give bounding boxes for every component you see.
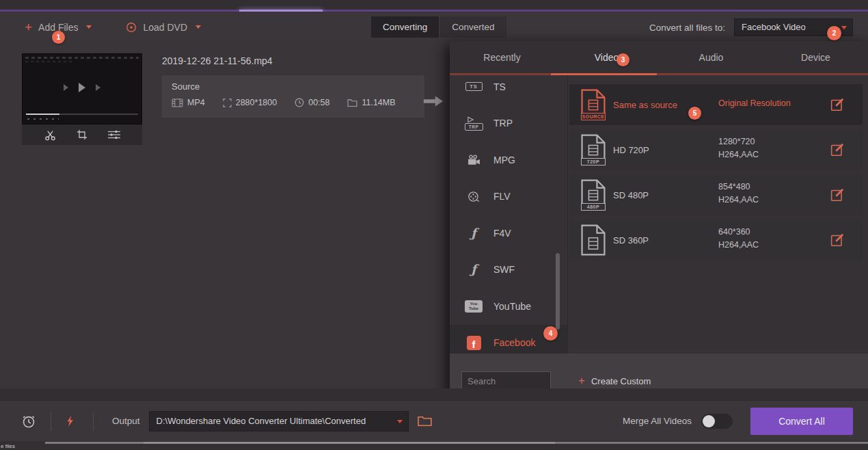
output-format-value: Facebook Video [742, 22, 806, 32]
format-item-youtube[interactable]: You Tube YouTube [450, 288, 567, 325]
chevron-down-icon [841, 26, 847, 29]
tab-converting[interactable]: Converting [371, 16, 439, 38]
edit-preset-icon[interactable] [830, 142, 845, 157]
source-resolution-value: 2880*1800 [236, 98, 277, 107]
chevron-down-icon[interactable] [195, 25, 201, 29]
tab-audio[interactable]: Audio [659, 41, 763, 73]
thumbnail-player-controls [23, 83, 141, 92]
app-window: + Add Files Load DVD Converting Converte… [0, 0, 868, 450]
edit-preset-icon[interactable] [830, 187, 845, 202]
tab-recently[interactable]: Recently [450, 41, 554, 73]
flash-icon: ƒ [464, 227, 483, 239]
format-item-ts[interactable]: TS TS [450, 75, 567, 105]
schedule-alarm-icon[interactable] [21, 414, 36, 429]
preset-row-sd-480p[interactable]: 480P SD 480P 854*480 H264,AAC [569, 174, 863, 215]
edit-preset-icon[interactable] [830, 233, 845, 247]
source-heading: Source [172, 81, 424, 92]
view-tabs: Converting Converted [371, 16, 506, 38]
source-size: 11.14MB [347, 98, 395, 107]
effects-sliders-icon[interactable] [108, 130, 120, 140]
trp-format-icon: TRP [464, 116, 483, 131]
convert-all-files-label: Convert all files to: [649, 23, 725, 33]
plus-icon: + [578, 376, 585, 386]
preset-list: SOURCE Same as source Original Resolutio… [568, 75, 868, 354]
trim-scissors-icon[interactable] [44, 129, 56, 141]
callout-badge-5: 5 [688, 107, 701, 120]
format-item-trp[interactable]: TRP TRP [450, 105, 567, 142]
panel-tabs: Recently Video Audio Device [450, 41, 868, 75]
clip-toolbar [22, 124, 142, 145]
create-custom-button[interactable]: + Create Custom [578, 371, 651, 391]
callout-badge-3: 3 [616, 53, 629, 66]
format-list-scrollbar[interactable] [556, 253, 560, 330]
thumbnail-detail [25, 61, 73, 62]
tab-converted[interactable]: Converted [440, 16, 506, 38]
callout-badge-1: 1 [52, 31, 65, 44]
merge-toggle[interactable] [701, 414, 733, 429]
load-dvd-button[interactable]: Load DVD [126, 22, 201, 33]
source-size-value: 11.14MB [362, 98, 395, 107]
toolbar-right-group: Convert all files to: Facebook Video [649, 18, 853, 36]
youtube-icon: You Tube [464, 300, 483, 313]
source-info-box: Source MP4 2880*1800 00:58 [162, 75, 424, 118]
taskbar-sliver [45, 442, 868, 444]
chevron-down-icon [397, 420, 403, 423]
toolbar-left-group: + Add Files Load DVD [25, 12, 201, 42]
output-label: Output [112, 416, 140, 426]
toolbar: + Add Files Load DVD Converting Converte… [0, 12, 868, 42]
camera-icon [464, 155, 483, 166]
tab-device[interactable]: Device [763, 41, 868, 73]
film-icon [172, 98, 183, 107]
format-item-flv[interactable]: FLV [450, 178, 567, 215]
crop-icon[interactable] [77, 129, 87, 140]
format-item-f4v[interactable]: ƒ F4V [450, 215, 567, 252]
lower-divider-strip [0, 388, 868, 400]
play-icon [79, 83, 85, 92]
divider [93, 412, 94, 431]
ts-format-icon: TS [464, 82, 483, 91]
source-format-value: MP4 [187, 98, 205, 107]
thumbnail-detail [25, 57, 139, 59]
source-info-row: MP4 2880*1800 00:58 11.14MB [172, 98, 424, 107]
format-item-mpg[interactable]: MPG [450, 142, 567, 178]
source-format: MP4 [172, 98, 205, 107]
video-thumbnail[interactable] [22, 53, 142, 124]
source-file-icon: SOURCE [580, 89, 606, 120]
source-duration-value: 00:58 [308, 98, 329, 107]
video-file-icon: 720P [580, 134, 606, 166]
flash-icon: ƒ [464, 263, 483, 276]
prev-icon [64, 84, 68, 91]
edit-preset-icon[interactable] [830, 97, 845, 111]
disc-icon [126, 22, 137, 33]
video-file-icon: 480P [580, 179, 606, 211]
thumbnail-detail [27, 118, 59, 120]
convert-all-button[interactable]: Convert All [750, 408, 853, 435]
expand-icon [223, 98, 232, 107]
folder-icon [347, 98, 357, 107]
thumbnail-progress-bar [26, 114, 138, 115]
callout-badge-4: 4 [543, 326, 558, 341]
open-folder-icon[interactable] [418, 415, 432, 427]
source-resolution: 2880*1800 [223, 98, 277, 107]
source-duration: 00:58 [295, 98, 329, 107]
divider [51, 412, 51, 431]
preset-row-same-as-source[interactable]: SOURCE Same as source Original Resolutio… [569, 84, 863, 125]
search-input[interactable] [461, 371, 551, 391]
toggle-knob [703, 415, 715, 427]
high-speed-bolt-icon[interactable] [66, 415, 74, 427]
format-list: TS TS TRP TRP [450, 75, 568, 354]
output-path-select[interactable]: D:\Wondershare Video Converter Ultimate\… [149, 411, 409, 432]
file-name: 2019-12-26 21-11-56.mp4 [162, 55, 273, 66]
output-path-value: D:\Wondershare Video Converter Ultimate\… [157, 416, 366, 426]
preset-row-sd-360p[interactable]: SD 360P 640*360 H264,AAC [569, 220, 863, 261]
preset-row-hd-720p[interactable]: 720P HD 720P 1280*720 H264,AAC [569, 129, 863, 170]
clock-icon [295, 98, 304, 107]
video-file-icon [580, 224, 606, 256]
chevron-down-icon[interactable] [86, 25, 92, 29]
plus-icon: + [25, 23, 32, 32]
bottom-bar: Output D:\Wondershare Video Converter Ul… [0, 400, 868, 441]
format-item-swf[interactable]: ƒ SWF [450, 252, 567, 289]
tab-video[interactable]: Video [554, 41, 659, 73]
merge-all-videos-label: Merge All Videos [623, 416, 692, 426]
film-reel-icon [464, 191, 483, 202]
